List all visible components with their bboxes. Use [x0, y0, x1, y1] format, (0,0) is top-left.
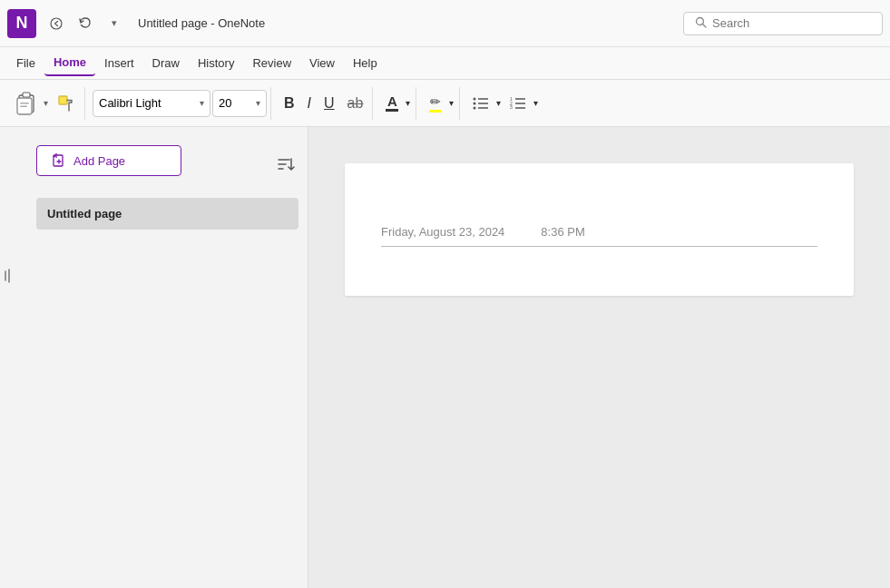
font-color-button[interactable]: A — [380, 91, 404, 115]
page-item[interactable]: Untitled page — [36, 198, 298, 230]
strikethrough-button[interactable]: ab — [342, 92, 369, 115]
sort-pages-button[interactable] — [273, 152, 298, 181]
font-family-chevron: ▾ — [200, 98, 204, 108]
numbered-list-button[interactable]: 1 2 3 — [504, 93, 532, 114]
svg-point-9 — [474, 97, 476, 100]
title-bar: N ▾ Untitled page - OneNote — [0, 0, 890, 47]
highlight-split: ✏ ▾ — [424, 91, 455, 116]
search-input[interactable] — [712, 16, 866, 30]
font-family-dropdown[interactable]: Calibri Light ▾ — [93, 90, 210, 117]
font-color-icon: A — [386, 94, 398, 112]
window-title: Untitled page - OneNote — [138, 16, 683, 30]
menu-file[interactable]: File — [7, 51, 44, 75]
search-icon — [695, 16, 707, 31]
menu-home[interactable]: Home — [44, 50, 95, 76]
menu-insert[interactable]: Insert — [95, 51, 143, 75]
font-family-value: Calibri Light — [99, 96, 196, 110]
bullet-list-split: ▾ — [467, 93, 503, 114]
nav-buttons: ▾ — [44, 11, 127, 36]
note-title[interactable] — [381, 191, 817, 220]
bullet-list-button[interactable] — [467, 93, 494, 114]
svg-line-2 — [703, 24, 707, 27]
note-editor[interactable]: Friday, August 23, 2024 8:36 PM — [345, 163, 854, 296]
note-canvas: Friday, August 23, 2024 8:36 PM — [308, 127, 890, 588]
note-meta: Friday, August 23, 2024 8:36 PM — [381, 225, 817, 239]
pages-panel-header: Add Page — [36, 145, 298, 187]
dropdown-arrow-button[interactable]: ▾ — [102, 11, 127, 36]
menu-help[interactable]: Help — [344, 51, 386, 75]
font-group: Calibri Light ▾ 20 ▾ — [89, 87, 271, 120]
bullet-list-dropdown[interactable]: ▾ — [494, 96, 503, 110]
add-page-label: Add Page — [73, 154, 125, 168]
menu-history[interactable]: History — [189, 51, 243, 75]
font-size-chevron: ▾ — [256, 98, 260, 108]
numbered-list-split: 1 2 3 ▾ — [504, 93, 540, 114]
underline-button[interactable]: U — [318, 92, 340, 115]
paste-split-button: ▾ — [11, 88, 50, 119]
font-color-split: A ▾ — [380, 91, 412, 115]
app-logo: N — [7, 9, 36, 38]
svg-rect-4 — [23, 93, 30, 97]
list-group: ▾ 1 2 3 ▾ — [464, 87, 543, 120]
svg-rect-8 — [59, 96, 67, 104]
svg-rect-7 — [20, 105, 27, 107]
content-area: Add Page Untitled page — [0, 127, 890, 588]
menu-review[interactable]: Review — [243, 51, 300, 75]
content-wrapper: Add Page Untitled page — [0, 127, 890, 588]
menu-bar: File Home Insert Draw History Review Vie… — [0, 47, 890, 80]
back-button[interactable] — [44, 11, 69, 36]
undo-button[interactable] — [73, 11, 98, 36]
note-title-bar: Friday, August 23, 2024 8:36 PM — [381, 191, 817, 247]
pages-panel: Add Page Untitled page — [0, 127, 308, 588]
paste-dropdown-button[interactable]: ▾ — [42, 96, 50, 110]
svg-text:3: 3 — [510, 104, 513, 110]
svg-point-11 — [474, 106, 476, 109]
numbered-list-dropdown[interactable]: ▾ — [532, 96, 540, 110]
search-box[interactable] — [683, 12, 883, 35]
font-size-value: 20 — [219, 96, 252, 110]
paste-button[interactable] — [11, 88, 42, 119]
menu-draw[interactable]: Draw — [143, 51, 189, 75]
svg-point-0 — [51, 18, 62, 29]
menu-view[interactable]: View — [300, 51, 344, 75]
font-color-dropdown-button[interactable]: ▾ — [404, 96, 412, 110]
clipboard-group: ▾ — [7, 87, 85, 120]
highlight-button[interactable]: ✏ — [424, 91, 447, 116]
highlight-icon: ✏ — [429, 94, 442, 113]
note-date: Friday, August 23, 2024 — [381, 225, 504, 239]
add-page-icon — [52, 153, 66, 168]
highlight-dropdown-button[interactable]: ▾ — [447, 96, 455, 110]
text-format-group: B I U ab — [275, 87, 373, 120]
font-color-group: A ▾ — [377, 87, 416, 120]
note-time: 8:36 PM — [541, 225, 584, 239]
add-page-button[interactable]: Add Page — [36, 145, 181, 176]
bold-button[interactable]: B — [279, 92, 300, 115]
italic-button[interactable]: I — [302, 92, 317, 115]
font-size-dropdown[interactable]: 20 ▾ — [212, 90, 267, 117]
svg-rect-6 — [20, 103, 29, 104]
svg-point-10 — [474, 102, 476, 104]
toolbar: ▾ Calibri Light ▾ 20 ▾ B I U ab — [0, 80, 890, 127]
highlight-group: ✏ ▾ — [420, 87, 460, 120]
format-painter-button[interactable] — [52, 91, 81, 116]
sidebar-toggle-button[interactable] — [0, 254, 18, 298]
